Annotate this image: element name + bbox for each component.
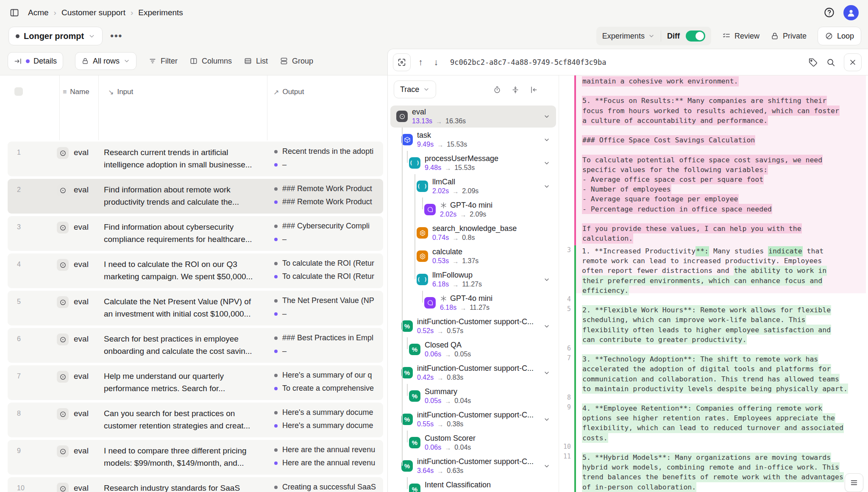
- chevron-down-icon[interactable]: [543, 136, 550, 143]
- chevron-down-icon[interactable]: [543, 183, 550, 190]
- trace-tree-node[interactable]: GPT-4o mini 2.02s→2.09s: [390, 199, 556, 221]
- trace-panel-header: ↑ ↓ 9c062bc2-a8c7-4a88-9749-5cf840f3c9ba: [388, 49, 868, 75]
- trace-tree-node[interactable]: % initFunction-Customer support-C... 0.5…: [390, 315, 556, 337]
- chevron-down-icon[interactable]: [543, 113, 550, 120]
- span-name: Closed QA: [425, 341, 462, 350]
- row-input: Find information about remote workproduc…: [104, 183, 267, 208]
- breadcrumb-org[interactable]: Acme: [28, 8, 49, 17]
- collapse-all-icon[interactable]: [511, 86, 520, 94]
- row-name: eval: [74, 297, 89, 306]
- row-name: eval: [74, 260, 89, 269]
- output-bullet-compare: [274, 163, 278, 167]
- trace-tree-node[interactable]: GPT-4o mini 6.18s→11.27s: [390, 292, 556, 314]
- experiment-color-dot: [16, 34, 19, 38]
- trace-tree-node[interactable]: % Closed QA 0.06s→0.05s: [390, 339, 556, 361]
- row-input: I need to compare three different pricin…: [104, 445, 267, 469]
- trace-view-dropdown[interactable]: Trace: [394, 81, 436, 98]
- table-row[interactable]: 5 eval Calculate the Net Present Value (…: [8, 291, 383, 325]
- column-header-name[interactable]: ≡Name: [63, 88, 89, 96]
- help-icon[interactable]: [823, 7, 835, 18]
- trace-tree-node[interactable]: eval 13.13s→16.36s: [390, 106, 556, 128]
- search-icon[interactable]: [826, 58, 835, 67]
- trace-tree-node[interactable]: % initFunction-Customer support-C... 3.6…: [390, 455, 556, 477]
- review-button[interactable]: Review: [722, 32, 760, 41]
- diff-menu-button[interactable]: [845, 473, 863, 492]
- details-button[interactable]: Details: [8, 52, 63, 70]
- span-name: task: [417, 131, 431, 140]
- expand-panel-button[interactable]: [393, 53, 411, 71]
- diff-toggle[interactable]: [686, 31, 705, 42]
- select-all-checkbox[interactable]: [14, 87, 23, 96]
- span-name: llmCall: [432, 178, 455, 186]
- table-row[interactable]: 3 eval Find information about cybersecur…: [8, 216, 383, 251]
- trace-tree-node[interactable]: % Summary 0.05s→0.04s: [390, 385, 556, 407]
- private-button[interactable]: Private: [771, 32, 807, 41]
- table-row[interactable]: 7 eval Help me understand our quarterlyp…: [8, 365, 383, 400]
- trace-tree-node[interactable]: calculate 0.53s→1.37s: [390, 245, 556, 267]
- row-output: Here's a summary of our q To create a co…: [274, 365, 383, 400]
- span-timing: 13.13s→16.36s: [412, 117, 466, 125]
- diff-added-bar: [574, 245, 576, 492]
- trace-tree-node[interactable]: search_knowledge_base 0.74s→0.8s: [390, 222, 556, 244]
- table-row[interactable]: 6 eval Search for best practices in empl…: [8, 328, 383, 363]
- trace-tree-node[interactable]: ( ) processUserMessage 9.48s→15.53s: [390, 152, 556, 174]
- row-number: 10: [17, 484, 25, 492]
- row-output: ### Best Practices in Empl –: [274, 328, 383, 363]
- breadcrumb-project[interactable]: Customer support: [61, 8, 125, 17]
- experiments-view-select[interactable]: Experiments: [602, 32, 655, 41]
- span-timing: 2.02s→2.09s: [432, 187, 479, 195]
- column-header-input[interactable]: ↘Input: [108, 88, 133, 96]
- table-row[interactable]: 9 eval I need to compare three different…: [8, 440, 383, 475]
- rows-filter-dropdown[interactable]: All rows: [75, 52, 136, 70]
- trace-tree-node[interactable]: task 9.49s→15.53s: [390, 129, 556, 151]
- trace-tree-node[interactable]: ( ) llmCall 2.02s→2.09s: [390, 175, 556, 197]
- tree-connector: [407, 431, 408, 442]
- group-button[interactable]: Group: [280, 57, 313, 66]
- list-button[interactable]: List: [244, 57, 268, 66]
- diff-line-number: 9: [558, 403, 571, 411]
- chevron-down-icon[interactable]: [543, 463, 550, 470]
- chevron-down-icon[interactable]: [543, 416, 550, 423]
- row-number: 2: [17, 186, 21, 194]
- chevron-down-icon[interactable]: [543, 323, 550, 330]
- table-row[interactable]: 4 eval I need to calculate the ROI on ou…: [8, 253, 383, 288]
- trace-tree-node[interactable]: % initFunction-Customer support-C... 0.5…: [390, 409, 556, 431]
- trace-tree-node[interactable]: % Intent Classification →: [390, 478, 556, 492]
- close-panel-button[interactable]: [844, 53, 862, 71]
- avatar[interactable]: [843, 5, 859, 20]
- experiment-selector[interactable]: Longer prompt: [8, 27, 103, 45]
- loop-button[interactable]: Loop: [818, 27, 861, 45]
- timing-icon[interactable]: [493, 86, 501, 94]
- collapse-panel-icon[interactable]: [529, 86, 538, 94]
- table-row[interactable]: 8 eval Can you search for best practices…: [8, 403, 383, 437]
- column-divider: [267, 75, 267, 140]
- table-row[interactable]: 2 eval Find information about remote wor…: [8, 179, 383, 214]
- row-name: eval: [74, 222, 89, 232]
- span-timing: 6.18s→11.27s: [440, 304, 490, 311]
- table-row[interactable]: 1 eval Research current trends in artifi…: [8, 142, 383, 176]
- sidebar-toggle-icon[interactable]: [9, 8, 19, 18]
- row-input: Find information about cybersecuritycomp…: [104, 221, 267, 245]
- row-number: 1: [17, 149, 21, 156]
- breadcrumb-section[interactable]: Experiments: [138, 8, 183, 17]
- trace-tree-node[interactable]: % initFunction-Customer support-C... 0.4…: [390, 362, 556, 384]
- output-bullet-compare: [274, 461, 278, 465]
- table-row[interactable]: 10 eval Research industry standards for …: [8, 477, 383, 492]
- column-header-output[interactable]: ↗Output: [273, 88, 304, 96]
- more-actions-button[interactable]: •••: [110, 31, 122, 42]
- columns-button[interactable]: Columns: [189, 57, 232, 66]
- row-number: 6: [17, 335, 21, 343]
- column-divider: [59, 75, 60, 140]
- filter-button[interactable]: Filter: [148, 57, 178, 66]
- next-row-button[interactable]: ↓: [431, 57, 442, 67]
- tag-icon[interactable]: [808, 58, 818, 67]
- chevron-down-icon[interactable]: [543, 370, 550, 376]
- prev-row-button[interactable]: ↑: [415, 57, 426, 67]
- trace-tree-node[interactable]: % Custom Scorer 0.06s→0.04s: [390, 432, 556, 454]
- eval-icon: [57, 371, 69, 383]
- row-input: Calculate the Net Present Value (NPV) of…: [104, 295, 267, 320]
- trace-panel: ↑ ↓ 9c062bc2-a8c7-4a88-9749-5cf840f3c9ba…: [387, 49, 868, 492]
- chevron-down-icon[interactable]: [543, 276, 550, 283]
- trace-tree-node[interactable]: ( ) llmFollowup 6.18s→11.27s: [390, 269, 556, 291]
- chevron-down-icon[interactable]: [543, 160, 550, 167]
